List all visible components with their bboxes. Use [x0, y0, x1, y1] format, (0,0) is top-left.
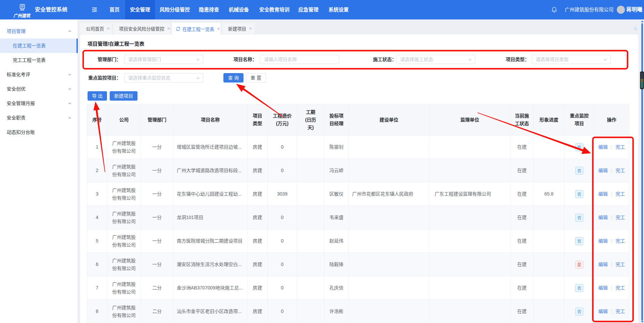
- svg-text:广州建筑: 广州建筑: [13, 13, 31, 18]
- svg-text:GMG: GMG: [21, 9, 24, 11]
